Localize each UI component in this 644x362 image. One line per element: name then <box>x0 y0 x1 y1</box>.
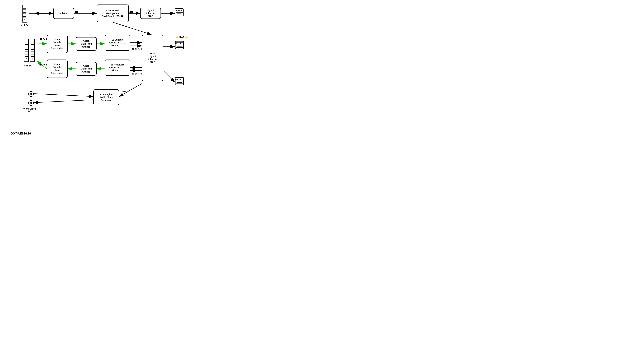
control-eth-icon: Control <box>175 8 183 11</box>
control-label: Control <box>174 9 182 12</box>
word-clock-out-icon <box>28 100 34 106</box>
svg-line-23 <box>164 71 175 82</box>
word-clock-in-icon <box>28 91 34 97</box>
net1-label: NET1 <box>175 42 181 44</box>
net2-icon: NET2 <box>175 77 181 80</box>
ptp-engine-block: PTP Engine Audio Clock Generator <box>94 89 119 105</box>
control-mgmt-block: Control and Management DashBoard + WebUI <box>96 4 129 22</box>
audio-matrix-bot-block: Audio Matrix and Shuffle <box>76 62 96 76</box>
aes-connectors <box>24 39 35 62</box>
gigabit-eth-mac-block: Gigabit Ethernet MAC <box>140 8 161 19</box>
svg-line-24 <box>34 94 94 96</box>
net1-icon: NET1 <box>175 41 181 44</box>
svg-line-11 <box>113 22 151 34</box>
isolation-block: Isolation <box>53 8 74 19</box>
async-src-bot-block: Async Sample Rate Conversion <box>47 59 68 78</box>
product-label: IGGY-AES16.16 <box>10 132 31 135</box>
gpi-connector-icon: GPI I/O <box>21 5 28 25</box>
aes-io-label: AES I/O <box>24 64 32 67</box>
senders-block: 16 Senders AES67 / ST2110 with 2022-7 <box>105 34 130 51</box>
poe-label: ⚡ PoE ⚡ <box>176 36 188 39</box>
svg-line-25 <box>34 100 94 103</box>
word-clock-label: Word Clock I/O <box>23 107 36 113</box>
diagram: GPI I/O Isolation Control and Management… <box>0 0 226 145</box>
net2-label: NET2 <box>175 78 181 81</box>
ptp-arrow-label: PTP <box>122 90 126 93</box>
svg-line-26 <box>119 84 142 96</box>
dual-gig-mac-block: Dual Gigabit Ethernet MAC <box>142 34 164 81</box>
async-src-top-block: Async Sample Rate Conversion <box>47 34 68 53</box>
gpi-io-label: GPI I/O <box>21 23 28 26</box>
receivers-block: 16 Receivers AES67 / ST2110 with 2022-7 <box>105 59 130 76</box>
audio-matrix-top-block: Audio Matrix and Shuffle <box>76 37 96 51</box>
